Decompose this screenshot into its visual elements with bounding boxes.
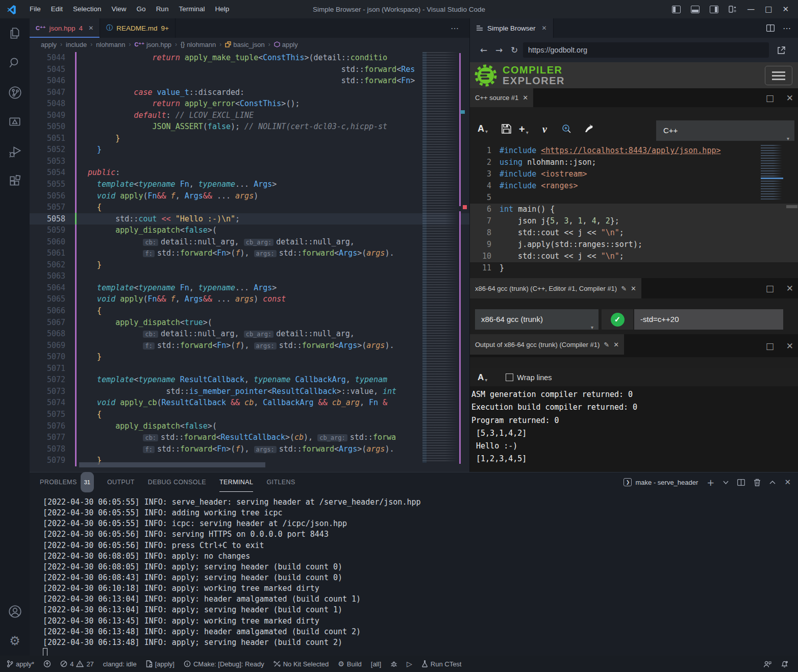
toggle-secondary-sidebar-icon[interactable] <box>710 6 718 13</box>
maximize-panel-icon[interactable] <box>769 481 776 484</box>
breadcrumb-item[interactable]: nlohmann <box>96 41 125 48</box>
settings-gear-icon[interactable]: ⚙ <box>0 626 30 656</box>
back-icon[interactable]: ← <box>476 45 491 55</box>
reload-icon[interactable]: ↻ <box>507 45 522 55</box>
toggle-panel-icon[interactable] <box>691 6 700 13</box>
source-pane-tab[interactable]: C++ source #1 ✕ <box>470 88 533 107</box>
close-pane-icon[interactable]: ✕ <box>786 341 793 351</box>
problems-item[interactable]: 4 27 <box>56 656 98 672</box>
close-pane-icon[interactable]: ✕ <box>613 341 619 349</box>
breadcrumb-item-class[interactable]: basic_json <box>225 41 264 48</box>
breadcrumb-item-method[interactable]: apply <box>274 41 298 48</box>
close-pane-icon[interactable]: ✕ <box>522 94 528 102</box>
menu-run[interactable]: Run <box>151 0 174 18</box>
open-external-icon[interactable] <box>777 46 786 55</box>
output-pane-tab[interactable]: Output of x86-64 gcc (trunk) (Compiler #… <box>470 334 624 355</box>
menu-edit[interactable]: Edit <box>46 0 68 18</box>
compiler-pane-tab[interactable]: x86-64 gcc (trunk) (C++, Editor #1, Comp… <box>470 278 641 298</box>
notifications-item[interactable] <box>776 656 793 672</box>
close-pane-icon[interactable]: ✕ <box>631 285 636 292</box>
kit-select-item[interactable]: No Kit Selected <box>269 656 334 672</box>
explorer-icon[interactable] <box>0 18 30 48</box>
hamburger-menu-icon[interactable] <box>765 66 792 85</box>
zoom-search-icon[interactable] <box>561 123 572 135</box>
rename-pane-icon[interactable]: ✎ <box>604 341 609 349</box>
rename-pane-icon[interactable]: ✎ <box>621 285 627 292</box>
close-pane-icon[interactable]: ✕ <box>786 93 793 103</box>
menu-help[interactable]: Help <box>210 0 234 18</box>
tab-json-hpp[interactable]: C⁺⁺ json.hpp 4 ✕ <box>30 18 100 38</box>
build-button[interactable]: ⚙ Build <box>333 656 366 672</box>
tab-output[interactable]: OUTPUT <box>107 472 135 492</box>
source-control-icon[interactable] <box>0 78 30 107</box>
tab-debug-console[interactable]: DEBUG CONSOLE <box>148 472 206 492</box>
extensions-icon[interactable] <box>0 166 30 196</box>
tab-problems[interactable]: PROBLEMS31 <box>40 472 94 492</box>
menu-selection[interactable]: Selection <box>68 0 107 18</box>
vim-mode-button[interactable]: v <box>542 123 547 135</box>
forward-icon[interactable]: → <box>491 45 507 55</box>
cmake-status-item[interactable]: CMake: [Debug]: Ready <box>179 656 269 672</box>
tab-terminal[interactable]: TERMINAL <box>219 472 253 492</box>
launch-target-item[interactable]: ▷ <box>402 656 417 672</box>
cmake-project-item[interactable]: [apply] <box>141 656 179 672</box>
libs-bird-icon[interactable] <box>583 123 594 134</box>
code-editor[interactable]: 5044return apply_make_tuple<ConstThis>(d… <box>30 51 469 472</box>
maximize-pane-icon[interactable]: □ <box>766 93 774 103</box>
compiler-options-input[interactable]: -std=c++20 <box>634 309 783 330</box>
language-select[interactable]: C++▾ <box>656 120 794 141</box>
ctest-button[interactable]: Run CTest <box>417 656 466 672</box>
url-input[interactable]: https://godbolt.org <box>523 42 769 58</box>
breadcrumb-item-namespace[interactable]: {}nlohmann <box>181 41 216 48</box>
publish-changes-item[interactable] <box>39 656 56 672</box>
minimize-button[interactable]: — <box>747 5 755 14</box>
font-size-button[interactable]: A▾ <box>478 123 488 134</box>
debug-target-item[interactable] <box>386 656 402 672</box>
minimap[interactable] <box>422 52 459 463</box>
new-terminal-icon[interactable]: + <box>707 477 714 488</box>
terminal-instance[interactable]: ❯ make - serve_header <box>624 478 698 486</box>
customize-layout-icon[interactable] <box>729 5 737 13</box>
search-icon[interactable] <box>0 48 30 78</box>
editor-more-actions-icon[interactable]: ⋯ <box>451 18 459 38</box>
terminal-dropdown-icon[interactable] <box>723 481 729 484</box>
add-pane-button[interactable]: +▾ <box>519 123 529 135</box>
feedback-item[interactable] <box>759 656 776 672</box>
menu-view[interactable]: View <box>107 0 132 18</box>
menu-file[interactable]: File <box>24 0 46 18</box>
toggle-sidebar-icon[interactable] <box>672 6 681 13</box>
git-branch-item[interactable]: apply* <box>2 656 39 672</box>
maximize-pane-icon[interactable]: □ <box>766 341 774 351</box>
close-tab-icon[interactable]: ✕ <box>542 24 547 32</box>
tab-gitlens[interactable]: GITLENS <box>266 472 295 492</box>
save-icon[interactable] <box>502 124 511 134</box>
font-size-button[interactable]: A▾ <box>478 372 487 383</box>
ce-source-editor[interactable]: 1#include <https://localhost:8443/apply/… <box>470 144 798 278</box>
terminal-output[interactable]: [2022-04-30 06:05:55] INFO: serve_header… <box>43 497 793 648</box>
clangd-status-item[interactable]: clangd: idle <box>98 656 141 672</box>
tab-simple-browser[interactable]: Simple Browser ✕ <box>470 18 554 38</box>
breadcrumb-item[interactable]: apply <box>41 41 57 48</box>
maximize-button[interactable]: □ <box>765 5 772 14</box>
menu-terminal[interactable]: Terminal <box>173 0 210 18</box>
maximize-pane-icon[interactable]: □ <box>766 283 774 293</box>
horizontal-scrollbar[interactable] <box>79 462 265 467</box>
build-target-item[interactable]: [all] <box>366 656 386 672</box>
ce-scrollbar-thumb[interactable] <box>786 205 797 208</box>
wrap-lines-checkbox[interactable] <box>506 374 513 381</box>
kill-terminal-icon[interactable] <box>754 479 761 486</box>
close-panel-icon[interactable]: ✕ <box>784 478 791 487</box>
compiler-select[interactable]: x86-64 gcc (trunk)▾ <box>475 309 598 330</box>
split-editor-icon[interactable] <box>766 24 775 32</box>
run-debug-icon[interactable] <box>0 137 30 166</box>
breadcrumb-item[interactable]: include <box>66 41 87 48</box>
close-tab-icon[interactable]: ✕ <box>88 24 93 32</box>
tab-readme-md[interactable]: ⓘ README.md 9+ <box>100 18 176 38</box>
close-window-button[interactable]: ✕ <box>782 5 789 14</box>
breadcrumb-item-file[interactable]: C⁺⁺json.hpp <box>134 41 171 48</box>
split-terminal-icon[interactable] <box>737 479 745 486</box>
menu-go[interactable]: Go <box>132 0 151 18</box>
account-icon[interactable] <box>0 596 30 626</box>
more-actions-icon[interactable]: ⋯ <box>783 23 791 33</box>
close-pane-icon[interactable]: ✕ <box>786 283 793 293</box>
